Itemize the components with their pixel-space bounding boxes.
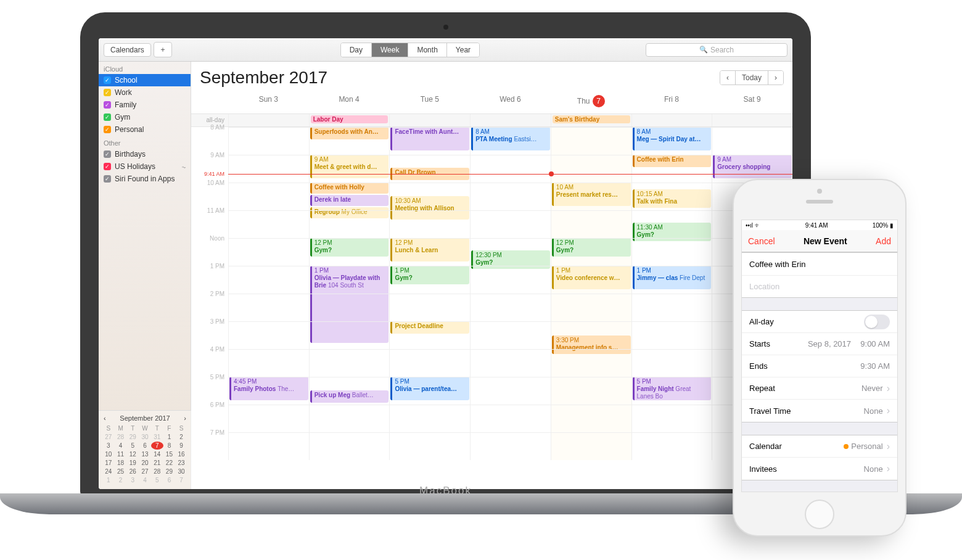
calendar-event[interactable]: FaceTime with Aunt… xyxy=(390,127,469,150)
sidebar-item[interactable]: ✓ US Holidays ⏦ xyxy=(99,160,191,173)
calendar-event[interactable]: 12 PM Lunch & Learn xyxy=(390,238,469,261)
allday-event[interactable]: Sam's Birthday xyxy=(553,115,630,123)
sidebar-item-label: Siri Found in Apps xyxy=(115,175,175,183)
calendar-event[interactable]: Derek in late xyxy=(310,195,389,206)
iphone-speaker-icon xyxy=(806,200,833,204)
ends-row[interactable]: Ends 9:30 AM xyxy=(742,355,897,377)
calendar-event[interactable]: 8 AM PTA Meeting Eastsi… xyxy=(471,127,550,150)
view-year[interactable]: Year xyxy=(446,43,479,57)
sidebar-item[interactable]: ✓ Family xyxy=(99,99,191,111)
allday-row: all-day Labor Day Sam's Birthday xyxy=(191,114,792,127)
calendar-event[interactable]: 10 AM Present market res… xyxy=(552,183,631,206)
sidebar-item[interactable]: ✓ School xyxy=(99,74,191,86)
day-header-row: Sun 3 Mon 4 Tue 5 Wed 6 Thu7 Fri 8 Sat 9 xyxy=(191,90,792,114)
calendar-event[interactable]: 8 AM Meg — Spirit Day at… xyxy=(633,127,712,150)
hour-label: 4 PM xyxy=(191,346,228,374)
checkbox-icon[interactable]: ✓ xyxy=(104,101,111,109)
calendar-event[interactable]: 9 AM Grocery shopping xyxy=(713,155,792,178)
sidebar-group-other: Other xyxy=(99,136,191,148)
sidebar-item-label: Gym xyxy=(115,113,130,121)
hour-label: 6 PM xyxy=(191,401,228,429)
month-title: September 2017 xyxy=(200,68,327,88)
calendar-event[interactable]: 1 PM Gym? xyxy=(390,266,469,284)
starts-row[interactable]: Starts Sep 8, 2017 9:00 AM xyxy=(742,333,897,355)
view-segmented-control[interactable]: Day Week Month Year xyxy=(340,43,480,57)
calendar-event[interactable]: 12 PM Gym? xyxy=(310,238,389,257)
home-button[interactable] xyxy=(805,500,834,529)
sidebar-item-label: Work xyxy=(115,88,132,97)
hour-label: 11 AM xyxy=(191,207,228,235)
mini-calendar[interactable]: ‹ September 2017 › SMTWTFS27282930311234… xyxy=(99,410,191,489)
today-button[interactable]: Today xyxy=(735,71,768,84)
day-header: Wed 6 xyxy=(470,90,551,113)
event-location-input[interactable]: Location xyxy=(742,275,897,297)
checkbox-icon[interactable]: ✓ xyxy=(104,150,111,158)
battery-icon: 100% ▮ xyxy=(873,222,894,229)
event-title-input[interactable]: Coffee with Erin xyxy=(742,253,897,275)
sidebar-item[interactable]: ✓ Work xyxy=(99,86,191,99)
week-nav[interactable]: ‹ Today › xyxy=(720,70,784,85)
sidebar: iCloud ✓ School ✓ Work ✓ Family ✓ Gym ✓ … xyxy=(99,62,191,489)
calendar-event[interactable]: Regroup My Office xyxy=(310,207,389,218)
hour-grid[interactable]: 8 AM9 AM10 AM11 AMNoon1 PM2 PM3 PM4 PM5 … xyxy=(191,127,792,460)
sidebar-item-label: Family xyxy=(115,101,136,109)
prev-week-icon[interactable]: ‹ xyxy=(720,71,735,84)
sidebar-item[interactable]: ✓ Siri Found in Apps xyxy=(99,173,191,185)
search-input[interactable]: Search xyxy=(646,43,787,57)
sidebar-item-label: School xyxy=(115,76,138,84)
calendar-event[interactable]: 1 PM Video conference w… xyxy=(552,266,631,289)
title-row: September 2017 ‹ Today › xyxy=(191,62,792,90)
checkbox-icon[interactable]: ✓ xyxy=(104,175,111,183)
day-header: Fri 8 xyxy=(631,90,712,113)
hour-label: 1 PM xyxy=(191,263,228,290)
calendar-event[interactable]: 12 PM Gym? xyxy=(552,238,631,257)
hour-label: 10 AM xyxy=(191,179,228,207)
add-button[interactable]: Add xyxy=(876,236,891,246)
calendar-event[interactable]: 1 PM Jimmy — clas Fire Dept xyxy=(633,266,712,289)
checkbox-icon[interactable]: ✓ xyxy=(104,89,111,96)
calendar-event[interactable]: Superfoods with An… xyxy=(310,127,389,139)
calendar-event[interactable]: 3:30 PM Management info s… xyxy=(552,336,631,354)
next-week-icon[interactable]: › xyxy=(768,71,783,84)
view-month[interactable]: Month xyxy=(408,43,446,57)
mini-next-icon[interactable]: › xyxy=(184,414,186,422)
sidebar-item[interactable]: ✓ Gym xyxy=(99,111,191,123)
allday-row[interactable]: All-day xyxy=(742,311,897,333)
allday-event[interactable]: Labor Day xyxy=(311,115,388,123)
calendar-event[interactable]: 1 PM Olivia — Playdate with Brie 104 Sou… xyxy=(310,266,389,343)
calendar-row[interactable]: Calendar Personal› xyxy=(742,435,897,458)
allday-toggle[interactable] xyxy=(864,315,890,329)
calendar-event[interactable]: 9 AM Meet & greet with d… xyxy=(310,155,389,178)
checkbox-icon[interactable]: ✓ xyxy=(104,163,111,170)
repeat-row[interactable]: Repeat Never› xyxy=(742,377,897,400)
calendar-color-dot xyxy=(844,444,849,449)
calendar-event[interactable]: 5 PM Olivia — parent/tea… xyxy=(390,377,469,400)
view-day[interactable]: Day xyxy=(341,43,371,57)
calendar-event[interactable]: 5 PM Family Night Great Lanes Bo xyxy=(633,377,712,400)
hour-label: 7 PM xyxy=(191,429,228,457)
sidebar-item[interactable]: ✓ Personal xyxy=(99,123,191,136)
cancel-button[interactable]: Cancel xyxy=(748,236,775,246)
view-week[interactable]: Week xyxy=(371,43,408,57)
iphone-frame: ••ıl ᯤ 9:41 AM 100% ▮ Cancel New Event A… xyxy=(733,179,906,537)
calendars-button[interactable]: Calendars xyxy=(104,43,151,57)
sidebar-group-icloud: iCloud xyxy=(99,62,191,74)
sidebar-item[interactable]: ✓ Birthdays xyxy=(99,148,191,160)
hour-label: 5 PM xyxy=(191,374,228,401)
calendar-event[interactable]: Coffee with Holly xyxy=(310,183,389,194)
calendar-event[interactable]: 10:30 AM Meeting with Allison xyxy=(390,196,469,220)
calendar-event[interactable]: Pick up Meg Ballet… xyxy=(310,390,389,403)
invitees-row[interactable]: Invitees None› xyxy=(742,458,897,480)
add-button[interactable]: ＋ xyxy=(154,42,172,57)
calendar-event[interactable]: Project Deadline xyxy=(390,321,469,334)
checkbox-icon[interactable]: ✓ xyxy=(104,126,111,133)
checkbox-icon[interactable]: ✓ xyxy=(104,113,111,121)
chevron-right-icon: › xyxy=(887,405,890,416)
travel-time-row[interactable]: Travel Time None› xyxy=(742,400,897,422)
calendar-event[interactable]: 4:45 PM Family Photos The… xyxy=(229,377,308,400)
checkbox-icon[interactable]: ✓ xyxy=(104,76,111,84)
mini-prev-icon[interactable]: ‹ xyxy=(104,414,106,422)
calendar-event[interactable]: 10:15 AM Talk with Fina xyxy=(633,189,712,208)
calendar-event[interactable]: Coffee with Erin xyxy=(633,155,712,167)
sidebar-item-label: Personal xyxy=(115,125,144,134)
